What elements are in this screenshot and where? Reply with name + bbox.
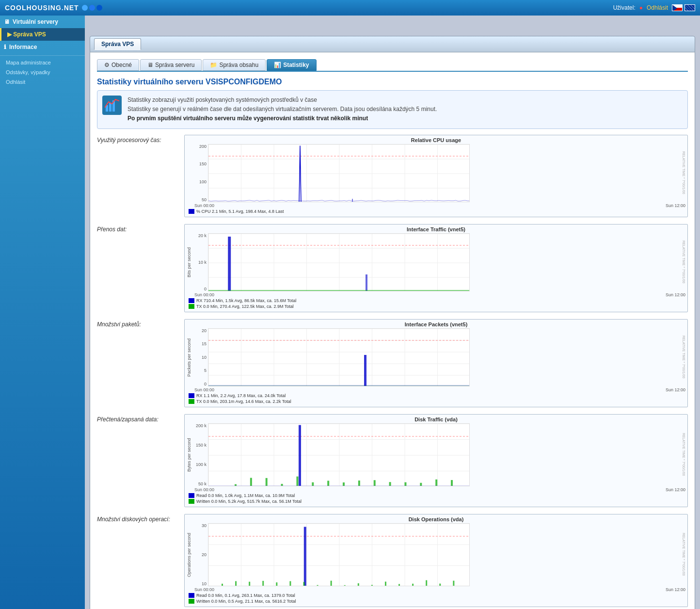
dot-2 bbox=[89, 5, 95, 11]
flag-cz-icon[interactable] bbox=[672, 4, 683, 11]
svg-rect-88 bbox=[451, 480, 453, 486]
content-panel: ⚙ Obecné 🖥 Správa serveru 📁 Správa obsah… bbox=[90, 52, 695, 609]
x-label-start: Sun 00:00 bbox=[194, 203, 214, 208]
chart-legend: Read 0.0 Min, 1.0k Avg, 1.1M Max, ca. 10… bbox=[187, 492, 685, 505]
statistiky-icon: 📊 bbox=[274, 62, 281, 68]
legend-color-icon bbox=[189, 493, 194, 498]
logout-link[interactable]: Odhlásit bbox=[647, 4, 668, 11]
legend-text: RX 710.4 Min, 1.5k Avg, 86.5k Max, ca. 1… bbox=[196, 298, 296, 303]
legend-color-icon bbox=[189, 298, 194, 303]
sidebar-virtual-label: Virtuální servery bbox=[13, 18, 58, 25]
stats-row-4: Množství diskových operací: Disk Operati… bbox=[97, 514, 688, 607]
legend-text: Read 0.0 Min, 1.0k Avg, 1.1M Max, ca. 10… bbox=[196, 493, 295, 498]
tab-sprava-serveru[interactable]: 🖥 Správa serveru bbox=[140, 59, 202, 71]
svg-rect-34 bbox=[228, 237, 231, 291]
dot-1 bbox=[82, 5, 88, 11]
chart-area: Bytes per second 200 k150 k100 k50 k REL… bbox=[187, 423, 685, 486]
sidebar-item-informace[interactable]: ℹ Informace bbox=[0, 41, 85, 53]
chart-svg bbox=[208, 144, 679, 202]
svg-rect-108 bbox=[262, 581, 264, 586]
tab-sprava-obsahu[interactable]: 📁 Správa obsahu bbox=[203, 59, 266, 71]
tab-statistiky[interactable]: 📊 Statistiky bbox=[267, 59, 316, 71]
sidebar-item-sprava-vps[interactable]: ▶ Správa VPS bbox=[0, 28, 85, 41]
svg-point-37 bbox=[469, 289, 470, 291]
sidebar-item-virtual-servers[interactable]: 🖥 Virtuální servery bbox=[0, 16, 85, 28]
chart-label-0: Využitý procesorový čas: bbox=[97, 135, 179, 144]
tab-sprava-vps-label: Správa VPS bbox=[101, 41, 134, 48]
chart-wrap: Interface Traffic (vnet5) Bits per secon… bbox=[187, 226, 685, 310]
legend-item: RX 1.1 Min, 2.2 Avg, 17.8 Max, ca. 24.0k… bbox=[189, 393, 684, 398]
legend-item: Read 0.0 Min, 0.1 Avg, 263.1 Max, ca. 13… bbox=[189, 593, 684, 598]
chart-wrap: Disk Traffic (vda) Bytes per second 200 … bbox=[187, 417, 685, 505]
sprava-serveru-icon: 🖥 bbox=[147, 62, 153, 68]
stats-row-3: Přečtená/zapsaná data: Disk Traffic (vda… bbox=[97, 414, 688, 507]
chart-y-axis-label: Bytes per second bbox=[187, 423, 194, 486]
svg-rect-111 bbox=[303, 582, 304, 586]
chart-y-axis-label: Operations per second bbox=[187, 523, 194, 586]
chart-label-3: Přečtená/zapsaná data: bbox=[97, 414, 179, 423]
tab-obecne[interactable]: ⚙ Obecné bbox=[97, 59, 139, 71]
svg-rect-75 bbox=[250, 478, 252, 486]
svg-rect-116 bbox=[371, 585, 373, 586]
chart-side-label: RELATIVE TIME * 7*00/1/00 bbox=[679, 233, 685, 291]
chart-label-4: Množství diskových operací: bbox=[97, 514, 179, 523]
chart-legend: % CPU 2.1 Min, 5.1 Avg, 198.4 Max, 4.8 L… bbox=[187, 208, 685, 215]
x-label-start: Sun 00:00 bbox=[194, 587, 214, 592]
svg-rect-113 bbox=[331, 580, 332, 586]
chart-area: Packets per second 20151050 RELATIVE TIM… bbox=[187, 328, 685, 386]
page-title: Statistiky virtuálního serveru VSISPCONF… bbox=[97, 78, 688, 86]
legend-item: Read 0.0 Min, 1.0k Avg, 1.1M Max, ca. 10… bbox=[189, 493, 684, 498]
svg-rect-110 bbox=[289, 581, 291, 586]
chart-container-4: Disk Operations (vda) Operations per sec… bbox=[184, 514, 688, 607]
chart-svg bbox=[208, 523, 679, 586]
sidebar-odstavky[interactable]: Odstávky, výpadky bbox=[0, 67, 85, 77]
logo: COOLHOUSING.NET bbox=[5, 4, 102, 12]
sidebar-divider bbox=[0, 55, 85, 56]
tab-bar: Správa VPS bbox=[90, 36, 695, 52]
info-box: Statistiky zobrazují využití poskytovaný… bbox=[97, 90, 688, 129]
chart-wrap: Relative CPU usage 20015010050 RELATIVE … bbox=[187, 137, 685, 215]
logo-text: COOLHOUSING.NET bbox=[5, 4, 79, 12]
sidebar-mapa[interactable]: Mapa administrace bbox=[0, 58, 85, 67]
tab-sprava-vps[interactable]: Správa VPS bbox=[94, 38, 141, 50]
legend-color-icon bbox=[189, 399, 194, 404]
chart-area: Operations per second 302010 RELATIVE TI… bbox=[187, 523, 685, 586]
legend-text: TX 0.0 Min, 270.4 Avg, 122.5k Max, ca. 2… bbox=[196, 304, 294, 309]
legend-color-icon bbox=[189, 304, 194, 309]
x-label-end: Sun 12:00 bbox=[666, 487, 685, 492]
x-label-end: Sun 12:00 bbox=[666, 387, 685, 392]
sidebar-odhlasit[interactable]: Odhlásit bbox=[0, 77, 85, 87]
legend-item: Written 0.0 Min, 0.5 Avg, 21.1 Max, ca. … bbox=[189, 599, 684, 604]
inner-tabs: ⚙ Obecné 🖥 Správa serveru 📁 Správa obsah… bbox=[97, 59, 688, 72]
stats-row-1: Přenos dat: Interface Traffic (vnet5) Bi… bbox=[97, 224, 688, 312]
svg-rect-80 bbox=[327, 481, 329, 486]
svg-rect-118 bbox=[398, 584, 400, 586]
sidebar-sprava-label: Správa VPS bbox=[13, 31, 46, 38]
x-label-end: Sun 12:00 bbox=[666, 587, 685, 592]
dot-3 bbox=[96, 5, 102, 11]
svg-rect-115 bbox=[358, 583, 359, 586]
legend-text: Written 0.0 Min, 5.2k Avg, 515.7k Max, c… bbox=[196, 499, 302, 504]
svg-point-57 bbox=[469, 384, 470, 386]
legend-item: TX 0.0 Min, 203.1m Avg, 14.6 Max, ca. 2.… bbox=[189, 399, 684, 404]
chart-x-labels: Sun 00:00 Sun 12:00 bbox=[187, 202, 685, 208]
chart-label-2: Množství paketů: bbox=[97, 319, 179, 328]
chart-x-labels: Sun 00:00 Sun 12:00 bbox=[187, 386, 685, 392]
user-info: Uživatel: ● Odhlásit bbox=[613, 4, 695, 11]
stats-icon bbox=[102, 96, 122, 115]
flag-en-icon[interactable] bbox=[684, 4, 695, 11]
arrow-right-icon: ▶ bbox=[7, 31, 12, 38]
chart-container-0: Relative CPU usage 20015010050 RELATIVE … bbox=[184, 135, 688, 217]
chart-title: Interface Traffic (vnet5) bbox=[187, 226, 685, 232]
svg-rect-107 bbox=[249, 581, 250, 586]
svg-rect-119 bbox=[412, 583, 414, 586]
x-label-start: Sun 00:00 bbox=[194, 387, 214, 392]
sprava-obsahu-icon: 📁 bbox=[210, 62, 217, 68]
sidebar-informace-label: Informace bbox=[9, 44, 37, 50]
legend-text: Read 0.0 Min, 0.1 Avg, 263.1 Max, ca. 13… bbox=[196, 593, 295, 598]
sprava-serveru-label: Správa serveru bbox=[155, 62, 194, 68]
chart-y-axis-label bbox=[187, 144, 194, 202]
svg-rect-77 bbox=[281, 484, 283, 486]
chart-area: 20015010050 RELATIVE TIME * 7*00/1/00 bbox=[187, 144, 685, 202]
svg-rect-83 bbox=[374, 480, 376, 486]
